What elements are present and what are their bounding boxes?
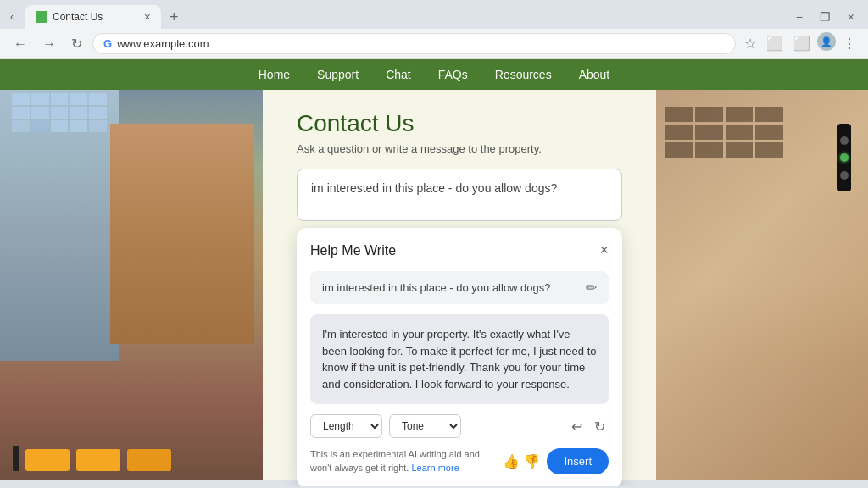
hmw-disclaimer: This is an experimental AI writing aid a… [310, 448, 496, 474]
tab-favicon [36, 11, 47, 23]
google-icon: G [103, 37, 112, 50]
url-text: www.example.com [117, 37, 725, 50]
maximize-button[interactable]: ❐ [813, 8, 837, 25]
hmw-input-text: im interested in this place - do you all… [322, 281, 579, 294]
new-tab-button[interactable]: + [164, 7, 184, 28]
hmw-title: Help Me Write [310, 243, 396, 258]
minimize-button[interactable]: − [789, 8, 810, 25]
tab-close-button[interactable]: × [144, 10, 151, 24]
help-me-write-panel: Help Me Write × im interested in this pl… [297, 228, 622, 486]
undo-button[interactable]: ↩ [568, 415, 586, 438]
refresh-button[interactable]: ↻ [66, 32, 87, 55]
navigation-bar: Home Support Chat FAQs Resources About [0, 59, 868, 90]
nav-resources[interactable]: Resources [495, 68, 552, 81]
profile-avatar[interactable]: 👤 [817, 32, 836, 51]
page-subtitle: Ask a question or write a message to the… [297, 142, 622, 155]
browser-back-small[interactable]: ‹ [10, 11, 14, 23]
hmw-header: Help Me Write × [310, 241, 609, 259]
hmw-result-text: I'm interested in your property. It's ex… [310, 314, 609, 404]
hmw-close-button[interactable]: × [599, 241, 609, 259]
page-title: Contact Us [297, 110, 622, 137]
insert-button[interactable]: Insert [547, 448, 609, 474]
bookmark-button[interactable]: ☆ [741, 32, 760, 55]
close-window-button[interactable]: × [841, 8, 861, 25]
message-input[interactable] [297, 169, 622, 221]
tab-capture-button[interactable]: ⬜ [763, 32, 787, 55]
nav-chat[interactable]: Chat [386, 68, 411, 81]
length-select[interactable]: Length Short Medium Long [310, 414, 382, 438]
left-background-image [0, 90, 263, 480]
nav-home[interactable]: Home [259, 68, 290, 81]
hmw-footer: This is an experimental AI writing aid a… [310, 448, 609, 474]
nav-support[interactable]: Support [317, 68, 359, 81]
extension-button[interactable]: ⬜ [790, 32, 814, 55]
active-tab: Contact Us × [25, 5, 161, 29]
tone-select[interactable]: Tone Formal Casual Friendly [389, 414, 461, 438]
menu-button[interactable]: ⋮ [839, 32, 860, 55]
page-content: Home Support Chat FAQs Resources About [0, 59, 868, 486]
tab-title: Contact Us [53, 11, 103, 23]
page-background: Contact Us Ask a question or write a mes… [0, 90, 868, 480]
hmw-controls: Length Short Medium Long Tone Formal Cas… [310, 414, 609, 438]
thumbs-up-button[interactable]: 👍 [503, 453, 520, 469]
nav-about[interactable]: About [579, 68, 610, 81]
edit-icon[interactable]: ✏ [586, 280, 597, 296]
learn-more-link[interactable]: Learn more [412, 463, 459, 473]
feedback-buttons: 👍 👎 [503, 453, 540, 469]
thumbs-down-button[interactable]: 👎 [523, 453, 540, 469]
back-button[interactable]: ← [8, 33, 32, 55]
main-content-area: Contact Us Ask a question or write a mes… [263, 90, 656, 480]
forward-button[interactable]: → [37, 33, 61, 55]
right-background-image [656, 90, 868, 480]
nav-faqs[interactable]: FAQs [438, 68, 468, 81]
redo-button[interactable]: ↻ [591, 415, 609, 438]
hmw-input-row: im interested in this place - do you all… [310, 271, 609, 304]
address-bar[interactable]: G www.example.com [92, 33, 736, 54]
